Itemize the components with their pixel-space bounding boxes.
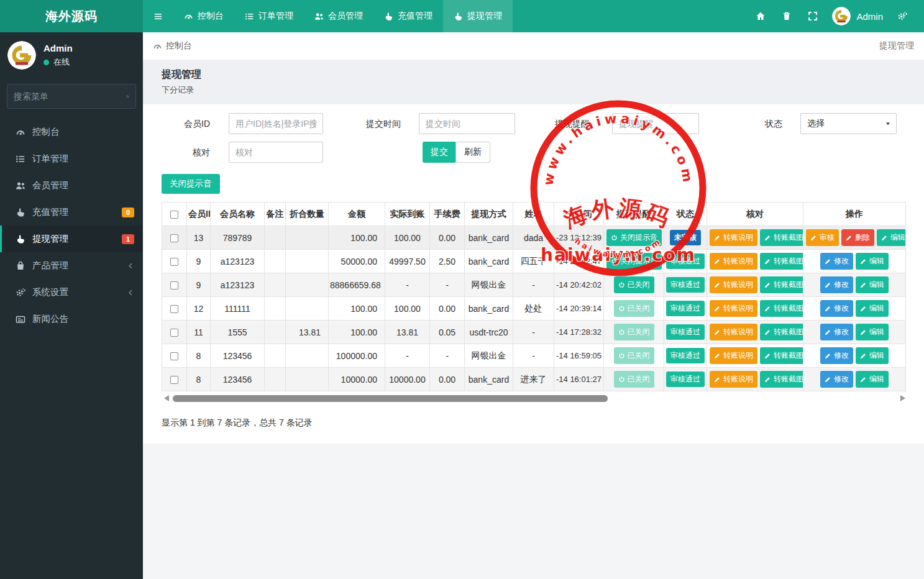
mute-sound-button[interactable]: 关闭提示音 (162, 174, 220, 194)
remind-button[interactable]: 已关闭 (614, 371, 654, 388)
horizontal-scrollbar (162, 394, 905, 403)
list-icon (16, 154, 25, 164)
submit-button[interactable]: 提交 (423, 142, 456, 163)
transfer-screenshot-button[interactable]: 转账截图 (760, 347, 803, 364)
sidebar-item-products[interactable]: 产品管理 (0, 252, 143, 279)
refresh-button[interactable]: 刷新 (455, 142, 490, 163)
sidebar-item-news[interactable]: 新闻公告 (0, 306, 143, 332)
withdraw-remind-input[interactable] (612, 113, 699, 134)
modify-button[interactable]: 修改 (820, 300, 853, 317)
pencil-icon (825, 329, 831, 335)
modify-button[interactable]: 修改 (820, 371, 853, 388)
status-badge: 审核通过 (666, 348, 705, 363)
transfer-screenshot-button[interactable]: 转账截图 (760, 229, 803, 246)
pencil-icon (860, 258, 867, 265)
transfer-screenshot-button[interactable]: 转账截图 (760, 300, 803, 317)
remind-button[interactable]: 已关闭 (614, 347, 654, 364)
audit-button[interactable]: 审核 (806, 229, 839, 246)
caret-down-icon (884, 120, 892, 127)
submit-time-input[interactable] (419, 113, 515, 134)
brand-logo: 海外源码 (0, 0, 143, 32)
pencil-icon (714, 281, 721, 288)
online-status: 在线 (43, 57, 73, 68)
transfer-note-button[interactable]: 转账说明 (710, 347, 757, 364)
newspaper-icon (16, 314, 25, 324)
transfer-note-button[interactable]: 转账说明 (710, 253, 757, 270)
nav-item-dashboard[interactable]: 控制台 (173, 0, 234, 32)
remind-button[interactable]: 已关闭 (614, 276, 654, 293)
row-checkbox[interactable] (170, 352, 178, 360)
user-menu[interactable]: Admin (832, 7, 883, 25)
sidebar-item-orders[interactable]: 订单管理 (0, 145, 143, 172)
scroll-left-arrow[interactable] (164, 395, 169, 401)
remind-button[interactable]: 已关闭 (614, 324, 654, 340)
transfer-note-button[interactable]: 转账说明 (710, 276, 757, 293)
sidebar-item-withdraw[interactable]: 提现管理1 (0, 226, 143, 252)
modify-button[interactable]: 修改 (820, 324, 853, 340)
select-all-checkbox[interactable] (170, 211, 178, 219)
power-icon (618, 329, 625, 335)
row-checkbox[interactable] (170, 281, 178, 290)
remind-button[interactable]: 已关闭 (614, 300, 654, 317)
table-header-row: 会员ID 会员名称 备注 折合数量 金额 实际到账 手续费 提现方式 姓名 交时… (162, 203, 906, 226)
table-row: 8123456100000.00--网银出金--14 16:59:05已关闭审核… (162, 344, 906, 368)
edit-button[interactable]: 编辑 (856, 347, 889, 364)
modify-button[interactable]: 修改 (820, 253, 853, 270)
transfer-screenshot-button[interactable]: 转账截图 (760, 324, 803, 340)
transfer-note-button[interactable]: 转账说明 (710, 371, 757, 388)
records-summary: 显示第 1 到第 7 条记录，总共 7 条记录 (162, 417, 924, 429)
sidebar-item-dashboard[interactable]: 控制台 (0, 119, 143, 145)
row-checkbox[interactable] (170, 258, 178, 266)
delete-button[interactable]: 删除 (841, 229, 874, 246)
row-checkbox[interactable] (170, 234, 178, 242)
sidebar-item-settings[interactable]: 系统设置 (0, 279, 143, 306)
hand-icon (454, 12, 463, 21)
remind-button[interactable]: 关闭提示音 (606, 229, 662, 246)
search-icon[interactable] (126, 92, 129, 101)
scroll-right-arrow[interactable] (900, 395, 905, 401)
sidebar-user-panel: Admin 在线 (0, 32, 143, 76)
trash-icon[interactable] (782, 11, 792, 21)
nav-item-orders[interactable]: 订单管理 (234, 0, 304, 32)
home-icon[interactable] (756, 11, 766, 21)
menu-search-input[interactable] (14, 91, 126, 101)
remind-button[interactable]: 关闭提示音 (606, 253, 662, 270)
modify-button[interactable]: 修改 (820, 276, 853, 293)
breadcrumb-dashboard[interactable]: 控制台 (153, 40, 192, 52)
pencil-icon (825, 258, 831, 265)
edit-button[interactable]: 编辑 (856, 300, 889, 317)
modify-button[interactable]: 修改 (820, 347, 853, 364)
scrollbar-thumb[interactable] (173, 395, 608, 402)
nav-item-recharge[interactable]: 充值管理 (373, 0, 443, 32)
sidebar-item-recharge[interactable]: 充值管理0 (0, 199, 143, 226)
transfer-screenshot-button[interactable]: 转账截图 (760, 371, 803, 388)
pencil-icon (846, 234, 853, 241)
col-amount: 金额 (329, 203, 385, 226)
sidebar-item-members[interactable]: 会员管理 (0, 172, 143, 199)
settings-gear-icon[interactable] (897, 11, 907, 21)
transfer-screenshot-button[interactable]: 转账截图 (760, 276, 803, 293)
page-header: 提现管理 下分记录 (143, 60, 924, 104)
edit-button[interactable]: 编辑 (877, 229, 906, 246)
fullscreen-icon[interactable] (808, 11, 818, 21)
row-checkbox[interactable] (170, 376, 178, 384)
sidebar-user-name: Admin (43, 43, 73, 53)
check-input[interactable] (229, 142, 323, 163)
edit-button[interactable]: 编辑 (856, 276, 889, 293)
sidebar-toggle-button[interactable] (143, 0, 173, 32)
row-checkbox[interactable] (170, 329, 178, 337)
status-select[interactable]: 选择 (800, 113, 897, 134)
transfer-note-button[interactable]: 转账说明 (710, 229, 757, 246)
edit-button[interactable]: 编辑 (856, 253, 889, 270)
nav-item-withdraw[interactable]: 提现管理 (443, 0, 513, 32)
row-checkbox[interactable] (170, 305, 178, 313)
transfer-note-button[interactable]: 转账说明 (710, 324, 757, 340)
transfer-screenshot-button[interactable]: 转账截图 (760, 253, 803, 270)
edit-button[interactable]: 编辑 (856, 324, 889, 340)
table-row: 812345610000.0010000.000.00bank_card进来了-… (162, 368, 906, 391)
transfer-note-button[interactable]: 转账说明 (710, 300, 757, 317)
nav-item-members[interactable]: 会员管理 (304, 0, 373, 32)
member-id-input[interactable] (229, 113, 323, 134)
table-row: 11155513.81100.0013.810.05usdt-trc20--14… (162, 321, 906, 344)
edit-button[interactable]: 编辑 (856, 371, 889, 388)
